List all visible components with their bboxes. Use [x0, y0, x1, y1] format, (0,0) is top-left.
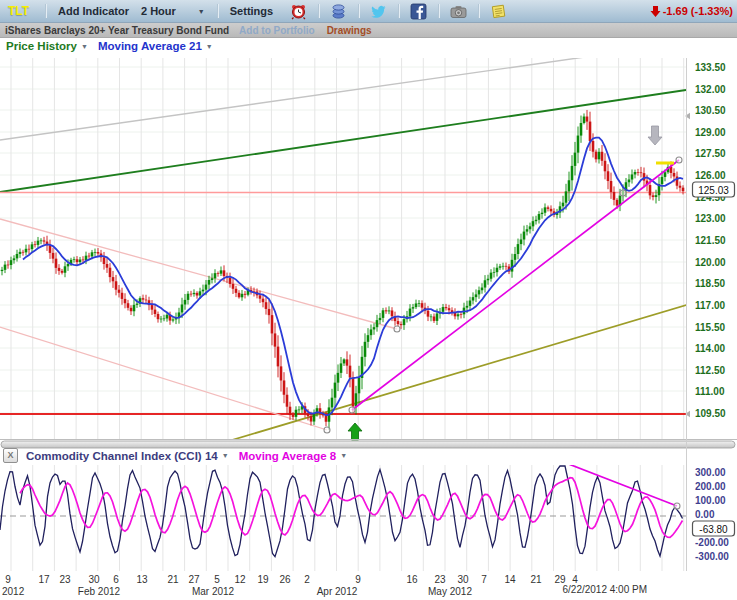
- ma8-menu[interactable]: Moving Average 8: [239, 450, 337, 462]
- svg-text:19: 19: [257, 574, 269, 585]
- chart-area: 133.50132.00130.50129.00127.50126.00124.…: [0, 38, 737, 600]
- camera-icon[interactable]: [450, 3, 467, 20]
- toolbar-divider: [478, 4, 479, 18]
- svg-text:109.50: 109.50: [695, 408, 726, 419]
- svg-text:111.00: 111.00: [695, 386, 725, 397]
- svg-text:120.00: 120.00: [695, 257, 726, 268]
- svg-text:30: 30: [457, 574, 469, 585]
- svg-text:0.00: 0.00: [695, 509, 715, 520]
- svg-text:9: 9: [5, 574, 11, 585]
- chevron-down-icon[interactable]: ▼: [222, 452, 229, 459]
- cci-menu[interactable]: Commodity Channel Index (CCI) 14: [26, 450, 218, 462]
- chart-canvas[interactable]: 133.50132.00130.50129.00127.50126.00124.…: [0, 38, 737, 600]
- toolbar-divider: [45, 4, 46, 18]
- svg-text:17: 17: [38, 574, 50, 585]
- coins-icon[interactable]: [330, 3, 347, 20]
- svg-text:300.00: 300.00: [695, 467, 726, 478]
- quote-change: -1.69 (-1.33%): [650, 5, 733, 18]
- timeframe-select[interactable]: 2 Hour▼: [135, 5, 211, 17]
- svg-text:132.00: 132.00: [695, 84, 726, 95]
- svg-text:123.00: 123.00: [695, 213, 726, 224]
- svg-text:7: 7: [481, 574, 487, 585]
- svg-text:16: 16: [406, 574, 418, 585]
- svg-text:129.00: 129.00: [695, 127, 726, 138]
- down-arrow-annotation: [648, 126, 662, 145]
- symbol-label[interactable]: TLT: [8, 4, 29, 18]
- timeframe-value: 2 Hour: [141, 5, 176, 17]
- svg-text:9: 9: [355, 574, 361, 585]
- svg-text:13: 13: [136, 574, 148, 585]
- change-text: -1.69 (-1.33%): [663, 5, 733, 17]
- svg-text:Mar 2012: Mar 2012: [192, 586, 235, 597]
- svg-text:23: 23: [59, 574, 71, 585]
- svg-text:112.50: 112.50: [695, 365, 725, 376]
- svg-text:23: 23: [434, 574, 446, 585]
- svg-text:121.50: 121.50: [695, 235, 726, 246]
- svg-text:21: 21: [530, 574, 542, 585]
- trendlines[interactable]: [0, 57, 690, 443]
- svg-text:200.00: 200.00: [695, 481, 726, 492]
- chevron-down-icon[interactable]: ▼: [81, 43, 88, 50]
- twitter-icon[interactable]: [370, 3, 387, 20]
- svg-text:100.00: 100.00: [695, 495, 726, 506]
- subheader: iShares Barclays 20+ Year Treasury Bond …: [0, 23, 737, 38]
- up-arrow-annotation: [348, 423, 362, 440]
- chevron-down-icon[interactable]: ▼: [206, 43, 213, 50]
- chevron-down-icon[interactable]: ▼: [340, 452, 347, 459]
- cci-line: [0, 466, 683, 557]
- svg-text:126.00: 126.00: [695, 170, 726, 181]
- toolbar-icons: [285, 3, 512, 20]
- toolbar-divider: [398, 4, 399, 18]
- svg-text:-300.00: -300.00: [695, 551, 729, 562]
- last-cci-value: -63.80: [699, 524, 728, 535]
- svg-text:May 2012: May 2012: [428, 586, 472, 597]
- timestamp-label: 6/22/2012 4:00 PM: [562, 584, 647, 595]
- svg-text:26: 26: [279, 574, 291, 585]
- svg-text:2012: 2012: [2, 586, 25, 597]
- svg-text:127.50: 127.50: [695, 148, 726, 159]
- svg-text:117.00: 117.00: [695, 300, 725, 311]
- chart-h-scrollbar[interactable]: [1, 441, 735, 448]
- svg-text:21: 21: [167, 574, 179, 585]
- ma21-menu[interactable]: Moving Average 21: [98, 40, 202, 52]
- notes-icon[interactable]: [490, 3, 507, 20]
- settings-button[interactable]: Settings: [224, 5, 279, 17]
- price-panel-header: Price History ▼ Moving Average 21 ▼: [6, 40, 213, 52]
- price-history-menu[interactable]: Price History: [6, 40, 77, 52]
- svg-text:30: 30: [88, 574, 100, 585]
- last-price-value: 125.03: [698, 185, 729, 196]
- svg-text:12: 12: [234, 574, 246, 585]
- facebook-icon[interactable]: [410, 3, 427, 20]
- toolbar-divider: [318, 4, 319, 18]
- cci-series: [0, 463, 686, 557]
- close-indicator-button[interactable]: X: [3, 448, 18, 463]
- svg-text:27: 27: [188, 574, 200, 585]
- cci-panel-header: X Commodity Channel Index (CCI) 14 ▼ Mov…: [3, 448, 347, 463]
- alarm-clock-icon[interactable]: [290, 3, 307, 20]
- svg-text:5: 5: [214, 574, 220, 585]
- svg-text:133.50: 133.50: [695, 62, 726, 73]
- svg-text:6: 6: [113, 574, 119, 585]
- add-indicator-button[interactable]: Add Indicator: [52, 5, 135, 17]
- svg-text:Feb 2012: Feb 2012: [78, 586, 121, 597]
- svg-text:-200.00: -200.00: [695, 537, 729, 548]
- svg-text:114.00: 114.00: [695, 343, 725, 354]
- svg-text:2: 2: [304, 574, 310, 585]
- add-to-portfolio-link[interactable]: Add to Portfolio: [239, 25, 315, 36]
- toolbar-divider: [358, 4, 359, 18]
- toolbar-divider: [438, 4, 439, 18]
- svg-text:Apr 2012: Apr 2012: [317, 586, 358, 597]
- down-arrow-icon: [650, 5, 661, 18]
- svg-text:130.50: 130.50: [695, 105, 726, 116]
- svg-text:14: 14: [504, 574, 516, 585]
- fund-name: iShares Barclays 20+ Year Treasury Bond …: [5, 25, 229, 36]
- candlestick-series: [1, 110, 685, 430]
- toolbar-divider: [217, 4, 218, 18]
- toolbar: TLT Add Indicator 2 Hour▼ Settings -1.69: [0, 0, 737, 23]
- drawings-menu[interactable]: Drawings: [327, 25, 372, 36]
- svg-text:118.50: 118.50: [695, 278, 725, 289]
- axis-labels: 133.50132.00130.50129.00127.50126.00124.…: [2, 62, 729, 598]
- svg-text:115.50: 115.50: [695, 322, 725, 333]
- chevron-down-icon: ▼: [198, 8, 205, 15]
